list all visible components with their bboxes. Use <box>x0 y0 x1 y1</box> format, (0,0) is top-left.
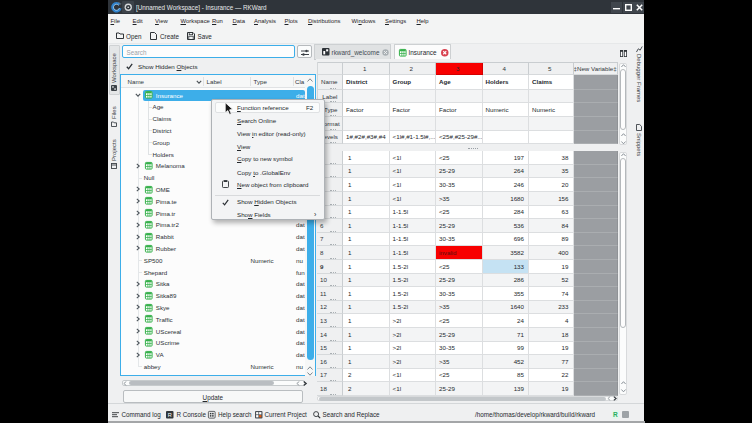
svg-text:R: R <box>168 412 172 418</box>
